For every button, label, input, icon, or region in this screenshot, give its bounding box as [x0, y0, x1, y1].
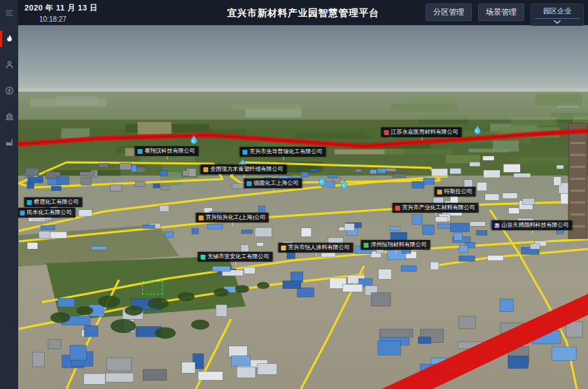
sidebar-item-statistics[interactable] — [0, 133, 18, 152]
poi-label-text: 宜兴市先导普瑞化工有限公司 — [250, 149, 323, 155]
poi-label-text: 宜兴市恒人涂料有限公司 — [288, 245, 350, 250]
map-poi-label[interactable]: 力山谷天精颜料科技有限公司 — [492, 220, 573, 230]
sidebar-item-fire[interactable] — [0, 29, 18, 48]
poi-label-text: 民丰化工有限公司 — [27, 210, 72, 215]
building-icon — [5, 112, 14, 121]
map-poi-label[interactable]: 潭州恒翔材料有限公司 — [361, 240, 430, 250]
poi-marker-icon — [201, 255, 206, 260]
map-poi-label[interactable]: 无锡市亚安化工有限公司 — [198, 252, 273, 262]
top-bar: 2020 年 11 月 13 日 10:18:27 宜兴市新材料产业园智慧管理平… — [18, 0, 588, 25]
meter-icon — [5, 86, 14, 95]
smart-park-platform: 2020 年 11 月 13 日 10:18:27 宜兴市新材料产业园智慧管理平… — [0, 0, 588, 389]
sidebar — [0, 0, 18, 389]
scene-management-button[interactable]: 场景管理 — [478, 3, 524, 21]
sidebar-item-enterprise[interactable] — [0, 107, 18, 126]
poi-marker-icon — [27, 200, 32, 205]
poi-marker-icon — [199, 215, 204, 220]
map-poi-label[interactable]: 特斯拉公司 — [435, 187, 476, 197]
poi-marker-icon — [438, 190, 442, 194]
map-poi-label[interactable]: 全国现方木青塑纤维有限公司 — [201, 164, 287, 174]
map-poi-label[interactable]: 民丰化工有限公司 — [18, 208, 76, 218]
dropdown-label: 园区企业 — [535, 6, 580, 19]
poi-marker-icon: 力 — [495, 223, 500, 228]
map-canvas — [18, 25, 588, 389]
chevron-down-icon — [554, 20, 561, 24]
poi-label-text: 德固化工上海公司 — [254, 181, 299, 186]
poi-marker-icon — [243, 150, 248, 155]
menu-icon — [5, 8, 14, 17]
poi-label-text: 全国现方木青塑纤维有限公司 — [211, 167, 284, 172]
water-drop-sprite[interactable] — [341, 179, 349, 188]
sidebar-item-menu[interactable] — [0, 3, 18, 22]
poi-marker-icon — [20, 211, 25, 215]
map-poi-label[interactable]: 德固化工上海公司 — [244, 178, 302, 188]
fire-icon — [5, 34, 14, 43]
poi-label-text: 横霞化工有限公司 — [34, 199, 79, 205]
map-poi-label[interactable]: 宜兴市先导普瑞化工有限公司 — [240, 147, 326, 157]
map-poi-label[interactable]: 泰翔汉科技有限公司 — [135, 146, 199, 156]
water-drop-sprite[interactable] — [190, 134, 198, 143]
poi-label-text: 潭州恒翔材料有限公司 — [371, 242, 427, 248]
sidebar-item-energy[interactable] — [0, 81, 18, 100]
user-icon — [5, 60, 14, 69]
poi-marker-icon — [138, 149, 143, 154]
water-drop-sprite[interactable] — [318, 176, 326, 185]
poi-marker-icon — [364, 243, 369, 248]
zone-management-button[interactable]: 分区管理 — [426, 3, 472, 21]
water-drop-sprite[interactable] — [474, 125, 482, 134]
poi-label-text: 特斯拉公司 — [444, 189, 472, 194]
map-poi-label[interactable]: 横霞化工有限公司 — [24, 197, 83, 207]
map-poi-label[interactable]: 宜兴恒兴化工(上海)公司 — [196, 213, 269, 222]
park-enterprise-dropdown[interactable]: 园区企业 — [531, 3, 584, 26]
poi-label-text: 宜兴市产业化工材料有限公司 — [402, 205, 475, 211]
factory-chart-icon — [5, 138, 14, 147]
map-poi-label[interactable]: 宜兴市产业化工材料有限公司 — [393, 203, 479, 213]
poi-marker-icon — [384, 130, 389, 135]
map-poi-label[interactable]: 江苏永嘉医用材料有限公司 — [382, 127, 462, 137]
poi-label-text: 江苏永嘉医用材料有限公司 — [391, 129, 458, 135]
poi-marker-icon — [247, 181, 252, 186]
map-3d-view[interactable]: 泰翔汉科技有限公司宜兴市先导普瑞化工有限公司全国现方木青塑纤维有限公司德固化工上… — [18, 25, 588, 389]
map-poi-label[interactable]: 宜兴市恒人涂料有限公司 — [279, 243, 354, 253]
poi-label-text: 宜兴恒兴化工(上海)公司 — [206, 215, 265, 220]
poi-label-text: 无锡市亚安化工有限公司 — [208, 254, 270, 260]
sidebar-item-personnel[interactable] — [0, 55, 18, 74]
poi-marker-icon — [396, 206, 400, 211]
selection-marquee — [142, 281, 163, 295]
poi-marker-icon — [281, 246, 286, 250]
poi-marker-icon — [204, 167, 209, 172]
poi-label-text: 泰翔汉科技有限公司 — [145, 148, 195, 154]
poi-label-text: 山谷天精颜料科技有限公司 — [502, 222, 569, 228]
topbar-actions: 分区管理 场景管理 园区企业 — [426, 3, 584, 26]
